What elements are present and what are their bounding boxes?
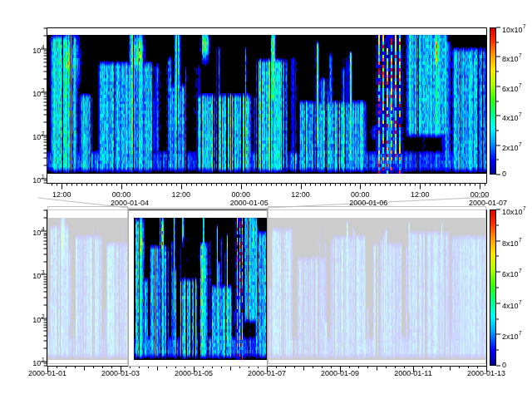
overview-x-tick-label: 2000-01-07 [239, 369, 294, 378]
overview-x-tick-label: 2000-01-09 [313, 369, 367, 378]
panel1-colorbar-label: 4x107 [502, 298, 532, 311]
zoom-x-date-label: 2000-01-04 [111, 199, 160, 208]
panel0-colorbar-label: 8x107 [502, 52, 532, 64]
overview-x-tick-label: 2000-01-11 [386, 369, 441, 378]
zoom-panel-heatmap[interactable] [47, 35, 486, 174]
panel0-colorbar-label: 10x107 [502, 22, 532, 35]
zoom-panel-colorbar [490, 27, 496, 175]
panel0-colorbar-label: 4x107 [502, 111, 532, 123]
panel0-colorbar-label: 0 [502, 170, 532, 179]
panel1-colorbar-label: 8x107 [502, 236, 532, 249]
panel0-y-tick-label: 104 [16, 43, 44, 56]
zoom-x-tick-label: 12:00 [401, 190, 438, 200]
panel1-colorbar-label: 6x107 [502, 267, 532, 279]
zoom-x-date-label: 2000-01-05 [230, 199, 280, 208]
panel1-y-tick-label: 103 [16, 268, 44, 281]
panel0-colorbar-label: 2x107 [502, 140, 532, 153]
panel0-colorbar-label: 6x107 [502, 81, 532, 94]
overview-mask-left [47, 206, 128, 364]
panel1-y-tick-label: 104 [16, 225, 44, 238]
panel1-colorbar-label: 10x107 [502, 204, 532, 217]
panel1-colorbar-label: 2x107 [502, 329, 532, 342]
panel0-y-tick-label: 101 [16, 173, 44, 185]
zoom-x-tick-label: 12:00 [163, 190, 200, 200]
panel1-y-tick-label: 102 [16, 313, 44, 325]
zoom-x-date-label: 2000-01-06 [349, 199, 399, 208]
zoom-x-tick-label: 12:00 [43, 190, 80, 200]
zoom-x-tick-label: 12:00 [283, 190, 319, 200]
panel0-y-tick-label: 103 [16, 86, 44, 99]
overview-x-tick-label: 2000-01-05 [166, 369, 221, 378]
overview-panel-colorbar [490, 209, 496, 366]
panel1-colorbar-label: 0 [502, 361, 532, 370]
overview-mask-right [268, 206, 486, 364]
panel0-y-tick-label: 102 [16, 130, 44, 142]
overview-x-tick-label: 2000-01-03 [93, 369, 148, 378]
overview-highlight-region[interactable] [128, 208, 268, 367]
overview-x-tick-label: 2000-01-13 [459, 369, 514, 378]
spectrogram-figure: 12:0000:002000-01-0412:0000:002000-01-05… [0, 0, 532, 399]
overview-x-tick-label: 2000-01-01 [20, 369, 75, 378]
panel1-y-tick-label: 101 [16, 356, 44, 368]
